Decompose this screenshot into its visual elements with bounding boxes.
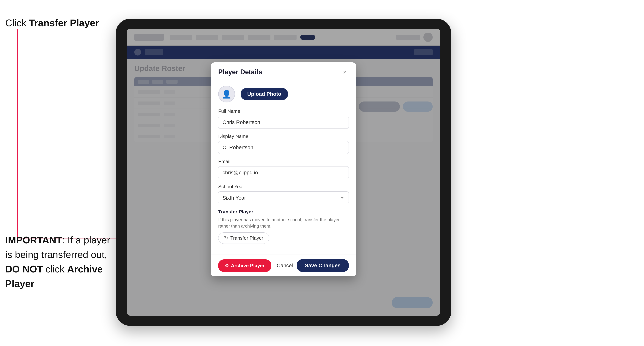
modal-close-button[interactable]: × (340, 68, 349, 76)
avatar-icon: 👤 (222, 90, 232, 99)
avatar-circle: 👤 (218, 86, 235, 102)
instruction-bold: Transfer Player (29, 17, 99, 28)
instruction-prefix: Click (5, 17, 29, 28)
modal-overlay: Player Details × 👤 Upload Photo Full Nam (127, 29, 440, 316)
transfer-player-description: If this player has moved to another scho… (218, 217, 349, 229)
do-not-label: DO NOT (5, 264, 43, 275)
archive-btn-label: Archive Player (231, 263, 265, 269)
modal-header: Player Details × (211, 62, 356, 80)
full-name-label: Full Name (218, 108, 349, 114)
annotation-line-vertical (17, 29, 18, 239)
display-name-input[interactable] (218, 141, 349, 154)
full-name-input[interactable] (218, 116, 349, 129)
important-label: IMPORTANT (5, 235, 62, 245)
modal-footer: ⊘ Archive Player Cancel Save Changes (211, 255, 356, 276)
transfer-icon: ↻ (224, 235, 228, 241)
school-year-group: School Year First Year Second Year Third… (218, 184, 349, 204)
transfer-player-button[interactable]: ↻ Transfer Player (218, 232, 269, 244)
email-group: Email (218, 159, 349, 179)
tablet-device: Update Roster (116, 19, 451, 326)
modal-body: 👤 Upload Photo Full Name Display Name (211, 80, 356, 255)
instruction-text2: click (43, 264, 67, 275)
tablet-screen: Update Roster (127, 29, 440, 316)
player-details-modal: Player Details × 👤 Upload Photo Full Nam (211, 62, 356, 276)
school-year-select[interactable]: First Year Second Year Third Year Fourth… (218, 191, 349, 204)
school-year-label: School Year (218, 184, 349, 189)
instruction-bottom: IMPORTANT: If a player is being transfer… (5, 233, 114, 291)
full-name-group: Full Name (218, 108, 349, 129)
instruction-top: Click Transfer Player (5, 17, 99, 29)
modal-title: Player Details (218, 68, 262, 76)
display-name-group: Display Name (218, 134, 349, 154)
transfer-player-label: Transfer Player (218, 209, 349, 215)
email-label: Email (218, 159, 349, 165)
save-changes-button[interactable]: Save Changes (297, 259, 349, 272)
transfer-player-section: Transfer Player If this player has moved… (218, 209, 349, 244)
transfer-btn-label: Transfer Player (230, 235, 263, 241)
display-name-label: Display Name (218, 134, 349, 139)
photo-section: 👤 Upload Photo (218, 86, 349, 102)
email-input[interactable] (218, 166, 349, 179)
archive-icon: ⊘ (225, 263, 229, 268)
cancel-button[interactable]: Cancel (276, 263, 293, 269)
archive-player-button[interactable]: ⊘ Archive Player (218, 259, 271, 272)
upload-photo-button[interactable]: Upload Photo (240, 88, 288, 100)
